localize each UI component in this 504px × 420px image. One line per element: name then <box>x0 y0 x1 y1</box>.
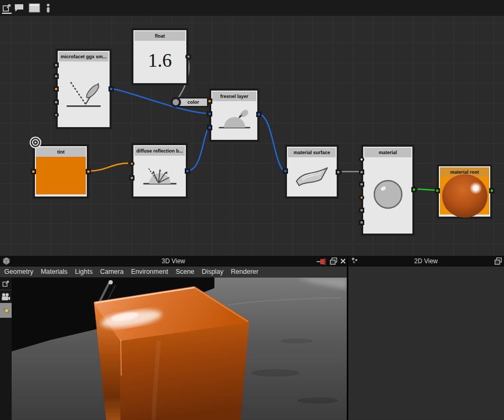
node-diffuse-reflection[interactable]: diffuse reflection b... <box>131 143 188 199</box>
3d-view-menubar: Geometry Materials Lights Camera Environ… <box>0 266 347 278</box>
panel-title: 3D View <box>0 256 347 266</box>
menu-geometry[interactable]: Geometry <box>4 268 33 275</box>
surface-sheet-icon <box>292 163 332 189</box>
user-icon[interactable] <box>46 3 51 13</box>
node-material-surface[interactable]: material surface <box>285 145 339 199</box>
port-input[interactable] <box>359 182 364 187</box>
port-input-color[interactable] <box>53 86 59 92</box>
port-input-top[interactable] <box>207 111 212 117</box>
open-external-icon[interactable] <box>2 3 12 13</box>
menu-scene[interactable]: Scene <box>176 268 194 275</box>
pin-icon[interactable] <box>316 257 327 265</box>
port-input-surface[interactable] <box>359 169 364 175</box>
light-icon <box>2 306 11 315</box>
port-input-bsdf[interactable] <box>283 168 288 174</box>
popout-view-button[interactable] <box>0 278 12 290</box>
open-external-icon <box>2 280 10 288</box>
active-tool-underline <box>2 13 12 14</box>
node-title: tint <box>36 147 86 157</box>
panel-title: 2D View <box>348 256 504 266</box>
port-output-bsdf[interactable] <box>256 112 262 117</box>
3d-scene[interactable] <box>0 278 347 420</box>
wire-tint-diffuse[interactable] <box>89 163 128 171</box>
port-input[interactable] <box>129 175 134 181</box>
fresnel-icon <box>215 106 254 132</box>
port-input-value[interactable] <box>53 112 59 118</box>
panel-2d-view: 2D View <box>348 256 504 420</box>
port-input-color[interactable] <box>359 195 364 200</box>
wire-material-root[interactable] <box>418 189 436 190</box>
node-tint[interactable]: tint <box>33 144 89 199</box>
port-input[interactable] <box>53 100 59 105</box>
node-title: diffuse reflection b... <box>134 146 185 156</box>
float-window-icon[interactable] <box>329 257 338 265</box>
light-button-selected[interactable] <box>0 303 12 318</box>
port-output-float[interactable] <box>185 53 192 60</box>
node-float[interactable]: float 1.6 <box>131 28 188 85</box>
camera-button[interactable] <box>0 290 12 303</box>
port-input-material[interactable] <box>435 188 440 193</box>
color-pill[interactable]: color <box>178 97 209 108</box>
color-pill-connector[interactable] <box>170 97 181 108</box>
node-title: microfacet ggx sm... <box>59 52 109 61</box>
color-pill-label: color <box>187 100 199 105</box>
port-output-bsdf[interactable] <box>185 168 190 174</box>
port-input[interactable] <box>53 62 59 68</box>
node-material-root[interactable]: material root <box>437 164 492 219</box>
target-rings-icon <box>29 136 42 149</box>
node-title: float <box>134 31 185 41</box>
float-value[interactable]: 1.6 <box>148 49 172 72</box>
panel-2d-header[interactable]: 2D View <box>348 256 504 266</box>
wire-fresnel-surface[interactable] <box>259 114 283 170</box>
port-input-color[interactable] <box>31 169 36 174</box>
port-input[interactable] <box>359 220 364 225</box>
material-preview-sphere <box>442 174 488 218</box>
port-output-material[interactable] <box>489 188 494 193</box>
float-window-icon[interactable] <box>494 257 502 265</box>
wire-diffuse-fresnel[interactable] <box>188 128 208 171</box>
menu-camera[interactable]: Camera <box>100 268 123 275</box>
menu-materials[interactable]: Materials <box>41 268 68 275</box>
node-title: material <box>364 148 411 157</box>
port-output-bsdf[interactable] <box>109 86 114 92</box>
movie-camera-icon <box>1 293 11 301</box>
menu-renderer[interactable]: Renderer <box>231 268 258 275</box>
node-graph-canvas[interactable]: microfacet ggx sm... float 1.6 <box>0 16 504 256</box>
comment-icon[interactable] <box>14 3 24 13</box>
node-fresnel-layer[interactable]: fresnel layer <box>209 88 259 142</box>
port-input-color[interactable] <box>129 161 134 166</box>
port-input-base[interactable] <box>207 125 212 130</box>
node-title: fresnel layer <box>212 92 256 101</box>
2d-viewport[interactable] <box>348 266 504 419</box>
specular-reflection-icon <box>64 75 104 110</box>
port-output-material[interactable] <box>411 187 417 192</box>
material-sphere-icon <box>372 178 404 210</box>
menu-environment[interactable]: Environment <box>131 268 168 275</box>
panel-3d-view: 3D View Geometry Materials Lights Camera… <box>0 256 347 420</box>
port-output-surface[interactable] <box>336 169 341 175</box>
tint-color-swatch[interactable] <box>36 157 86 194</box>
menu-lights[interactable]: Lights <box>75 268 93 275</box>
node-microfacet-ggx[interactable]: microfacet ggx sm... <box>56 49 112 129</box>
port-input[interactable] <box>53 74 59 79</box>
node-material[interactable]: material <box>361 145 415 236</box>
3d-viewport[interactable] <box>0 278 347 420</box>
orange-cube <box>95 288 248 420</box>
port-input[interactable] <box>359 208 364 213</box>
window-icon[interactable] <box>29 3 40 13</box>
app-window: microfacet ggx sm... float 1.6 <box>0 0 504 420</box>
port-input[interactable] <box>359 157 364 162</box>
close-icon[interactable] <box>339 257 347 265</box>
viewport-toolbar <box>0 278 12 420</box>
port-input-ior[interactable] <box>207 99 212 104</box>
node-title: material surface <box>288 148 336 157</box>
menu-display[interactable]: Display <box>202 268 223 275</box>
main-toolbar <box>0 0 504 16</box>
port-output-color[interactable] <box>86 169 91 174</box>
diffuse-reflection-icon <box>140 161 180 189</box>
panel-3d-header[interactable]: 3D View <box>0 256 347 266</box>
